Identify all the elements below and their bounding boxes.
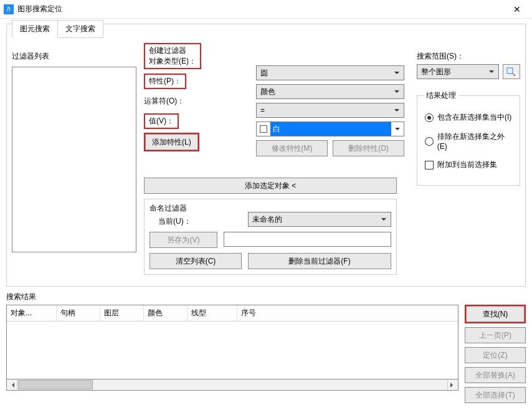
scroll-left-icon[interactable] — [7, 379, 17, 390]
radio-include[interactable]: 包含在新选择集当中(I) — [425, 112, 513, 123]
save-as-input[interactable] — [224, 232, 391, 247]
search-scope-select[interactable]: 整个图形 — [417, 64, 499, 79]
current-filter-select[interactable]: 未命名的 — [248, 212, 391, 227]
property-label: 特性(P)： — [144, 74, 186, 89]
scroll-right-icon[interactable] — [447, 379, 458, 390]
operator-label: 运算符(O)： — [144, 93, 249, 109]
clear-list-button[interactable]: 清空列表(C) — [150, 253, 242, 269]
tab-text-search[interactable]: 文字搜索 — [58, 20, 103, 38]
results-header: 对象... 句柄 图层 颜色 线型 序号 — [7, 305, 458, 322]
save-as-button[interactable]: 另存为(V) — [150, 232, 217, 248]
col-object[interactable]: 对象... — [7, 305, 57, 321]
object-type-label: 对象类型(E)： — [149, 57, 196, 65]
delete-property-button[interactable]: 删除特性(D) — [333, 140, 404, 156]
operator-select[interactable]: = — [256, 103, 404, 118]
locate-button[interactable]: 定位(Z) — [465, 347, 526, 363]
app-icon: h — [4, 4, 14, 14]
select-all-button[interactable]: 全部选择(T) — [465, 387, 526, 403]
color-swatch-white — [260, 125, 267, 133]
prev-page-button[interactable]: 上一页(P) — [465, 327, 526, 343]
close-icon[interactable]: ✕ — [505, 1, 530, 18]
find-button[interactable]: 查找(N) — [466, 306, 525, 322]
create-filter-title: 创建过滤器 — [149, 46, 186, 55]
selection-box-icon — [506, 67, 516, 76]
property-select[interactable]: 颜色 — [256, 84, 404, 99]
tab-primitive-search[interactable]: 图元搜索 — [12, 20, 58, 38]
pick-object-button[interactable] — [503, 64, 520, 79]
result-handling-title: 结果处理 — [424, 90, 458, 101]
current-filter-label: 当前(U)： — [150, 216, 248, 227]
filter-list-label: 过滤器列表 — [12, 48, 136, 64]
value-select[interactable]: 白 — [256, 122, 404, 136]
add-property-button[interactable]: 添加特性(L) — [145, 134, 198, 150]
scroll-thumb[interactable] — [18, 380, 93, 389]
replace-all-button[interactable]: 全部替换(A) — [465, 367, 526, 383]
col-color[interactable]: 颜色 — [144, 305, 188, 321]
delete-current-filter-button[interactable]: 删除当前过滤器(F) — [248, 253, 391, 269]
named-filter-title: 命名过滤器 — [150, 203, 248, 214]
object-type-select[interactable]: 圆 — [256, 65, 404, 80]
search-results-label: 搜索结果 — [6, 292, 526, 302]
search-scope-label: 搜索范围(S)： — [417, 48, 520, 64]
modify-property-button[interactable]: 修改特性(M) — [256, 140, 328, 156]
col-handle[interactable]: 句柄 — [57, 305, 100, 321]
results-hscroll[interactable] — [6, 379, 458, 391]
value-label: 值(V)： — [144, 113, 179, 129]
check-append[interactable]: 附加到当前选择集 — [425, 160, 513, 170]
radio-exclude[interactable]: 排除在新选择集之外(E) — [425, 131, 513, 151]
results-table[interactable]: 对象... 句柄 图层 颜色 线型 序号 — [6, 305, 458, 379]
filter-list[interactable] — [12, 67, 136, 252]
svg-rect-0 — [507, 68, 513, 74]
col-index[interactable]: 序号 — [237, 305, 458, 321]
col-linetype[interactable]: 线型 — [188, 305, 237, 321]
window-title: 图形搜索定位 — [17, 4, 505, 14]
add-selected-button[interactable]: 添加选定对象 < — [144, 178, 397, 194]
chevron-down-icon — [391, 122, 404, 136]
col-layer[interactable]: 图层 — [100, 305, 144, 321]
